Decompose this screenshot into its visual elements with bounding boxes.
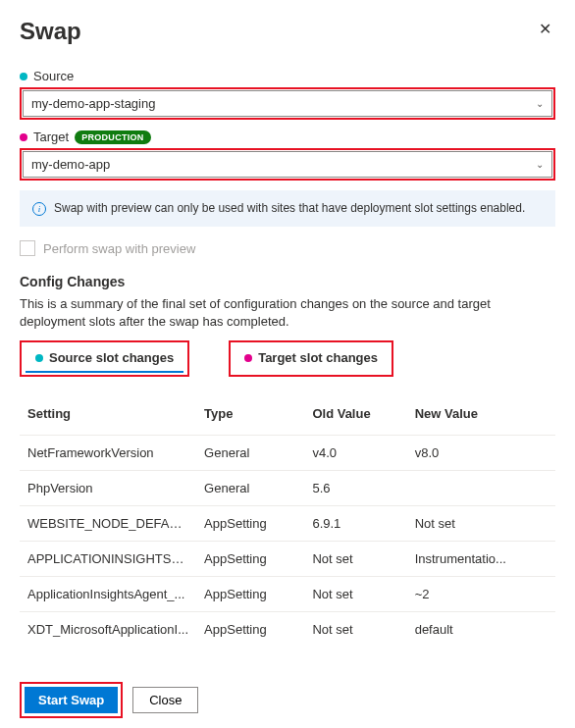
info-bar: i Swap with preview can only be used wit…	[20, 190, 555, 227]
cell-old: Not set	[304, 542, 406, 577]
chevron-down-icon: ⌄	[536, 159, 544, 170]
cell-new: Instrumentatio...	[407, 542, 555, 577]
source-select[interactable]: my-demo-app-staging ⌄	[23, 90, 552, 117]
cell-setting: PhpVersion	[20, 471, 196, 506]
col-old: Old Value	[304, 396, 406, 436]
table-row: XDT_MicrosoftApplicationI...AppSettingNo…	[20, 612, 555, 648]
cell-setting: ApplicationInsightsAgent_...	[20, 577, 196, 612]
dot-icon	[244, 354, 252, 362]
cell-type: AppSetting	[196, 612, 304, 648]
table-header-row: Setting Type Old Value New Value	[20, 396, 555, 436]
target-select-value: my-demo-app	[31, 157, 110, 172]
close-button[interactable]: Close	[132, 687, 198, 713]
config-table: Setting Type Old Value New Value NetFram…	[20, 396, 555, 647]
col-type: Type	[196, 396, 304, 436]
target-label-row: Target PRODUCTION	[20, 130, 555, 144]
table-row: NetFrameworkVersionGeneralv4.0v8.0	[20, 436, 555, 471]
table-row: APPLICATIONINSIGHTS_C...AppSettingNot se…	[20, 542, 555, 577]
source-field: Source my-demo-app-staging ⌄	[20, 69, 555, 120]
info-icon: i	[32, 202, 46, 216]
table-row: WEBSITE_NODE_DEFAULT_...AppSetting6.9.1N…	[20, 506, 555, 542]
cell-old: 6.9.1	[304, 506, 406, 542]
tab-label: Target slot changes	[258, 350, 378, 365]
dot-icon	[20, 73, 27, 80]
cell-old: Not set	[304, 612, 406, 648]
cell-type: AppSetting	[196, 577, 304, 612]
cell-old: v4.0	[304, 436, 406, 471]
cell-new: default	[407, 612, 555, 648]
source-label: Source	[33, 69, 74, 83]
col-setting: Setting	[20, 396, 196, 436]
col-new: New Value	[407, 396, 555, 436]
close-icon[interactable]: ✕	[535, 18, 555, 41]
cell-old: 5.6	[304, 471, 406, 506]
dot-icon	[35, 354, 43, 362]
info-text: Swap with preview can only be used with …	[54, 201, 525, 215]
cell-new	[407, 471, 555, 506]
cell-new: v8.0	[407, 436, 555, 471]
preview-checkbox-row: Perform swap with preview	[20, 240, 555, 256]
target-field: Target PRODUCTION my-demo-app ⌄	[20, 130, 555, 181]
source-label-row: Source	[20, 69, 555, 83]
production-badge: PRODUCTION	[75, 130, 151, 144]
cell-setting: APPLICATIONINSIGHTS_C...	[20, 542, 196, 577]
dot-icon	[20, 133, 27, 141]
highlight-box: Start Swap	[20, 682, 123, 718]
tab-target-changes[interactable]: Target slot changes	[229, 340, 393, 377]
cell-setting: NetFrameworkVersion	[20, 436, 196, 471]
config-heading: Config Changes	[20, 274, 555, 289]
highlight-box: my-demo-app-staging ⌄	[20, 87, 555, 120]
tab-label: Source slot changes	[49, 350, 174, 365]
cell-setting: XDT_MicrosoftApplicationI...	[20, 612, 196, 648]
cell-setting: WEBSITE_NODE_DEFAULT_...	[20, 506, 196, 542]
table-row: PhpVersionGeneral5.6	[20, 471, 555, 506]
cell-old: Not set	[304, 577, 406, 612]
swap-panel: Swap ✕ Source my-demo-app-staging ⌄ Targ…	[0, 0, 575, 728]
cell-new: ~2	[407, 577, 555, 612]
highlight-box: my-demo-app ⌄	[20, 148, 555, 181]
panel-header: Swap ✕	[20, 18, 555, 45]
cell-new: Not set	[407, 506, 555, 542]
preview-checkbox-label: Perform swap with preview	[43, 241, 195, 256]
preview-checkbox[interactable]	[20, 240, 35, 256]
cell-type: General	[196, 436, 304, 471]
tab-source-changes[interactable]: Source slot changes	[20, 340, 189, 377]
footer: Start Swap Close	[20, 682, 555, 718]
panel-title: Swap	[20, 18, 81, 45]
cell-type: General	[196, 471, 304, 506]
cell-type: AppSetting	[196, 506, 304, 542]
start-swap-button[interactable]: Start Swap	[25, 687, 118, 713]
chevron-down-icon: ⌄	[536, 98, 544, 109]
config-description: This is a summary of the final set of co…	[20, 295, 555, 331]
tabs: Source slot changes Target slot changes	[20, 340, 555, 377]
table-row: ApplicationInsightsAgent_...AppSettingNo…	[20, 577, 555, 612]
target-select[interactable]: my-demo-app ⌄	[23, 151, 552, 178]
source-select-value: my-demo-app-staging	[31, 96, 155, 111]
cell-type: AppSetting	[196, 542, 304, 577]
target-label: Target	[33, 130, 69, 144]
